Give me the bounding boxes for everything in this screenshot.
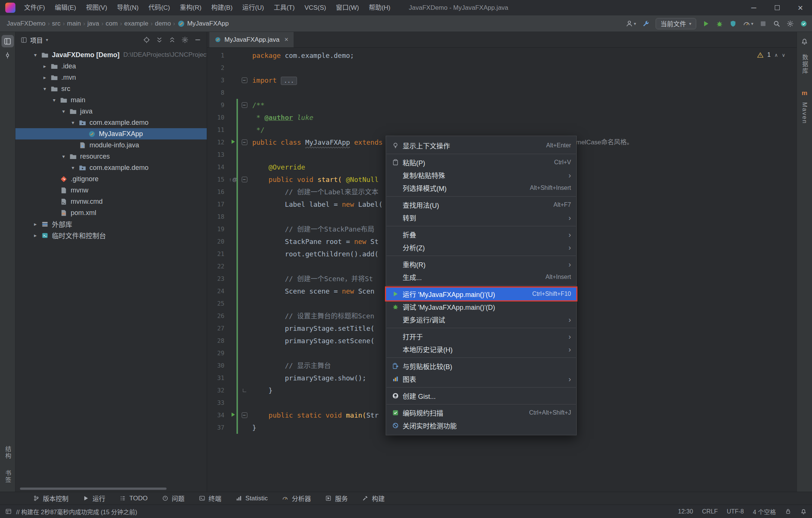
tree-row-src-folder[interactable]: ▾src bbox=[15, 83, 207, 94]
tree-row-pom-xml[interactable]: mpom.xml bbox=[15, 207, 207, 218]
titlebar-menu-item-3[interactable]: 导航(N) bbox=[112, 0, 144, 15]
layout-icon[interactable] bbox=[5, 508, 12, 515]
chevron-down-icon[interactable]: ▾ bbox=[68, 165, 78, 171]
menu-create-gist[interactable]: 创建 Gist... bbox=[386, 389, 576, 402]
run-gutter-icon[interactable] bbox=[230, 411, 236, 419]
tree-row-java-folder[interactable]: ▾java bbox=[15, 106, 207, 117]
status-item-0[interactable]: 12:30 bbox=[678, 508, 693, 515]
titlebar-menu-item-0[interactable]: 文件(F) bbox=[19, 0, 50, 15]
titlebar-menu-item-2[interactable]: 视图(V) bbox=[81, 0, 112, 15]
menu-debug-main[interactable]: 调试 'MyJavaFXApp.main()'(D) bbox=[386, 300, 576, 313]
chevron-down-icon[interactable]: ▾ bbox=[68, 120, 78, 126]
titlebar-menu-item-10[interactable]: 窗口(W) bbox=[331, 0, 364, 15]
menu-more-run-debug[interactable]: 更多运行/调试› bbox=[386, 313, 576, 326]
close-tab-icon[interactable]: × bbox=[284, 36, 288, 44]
menu-folding[interactable]: 折叠› bbox=[386, 228, 576, 241]
collapse-all-icon[interactable] bbox=[168, 36, 176, 44]
tree-row-gitignore[interactable]: .gitignore bbox=[15, 173, 207, 185]
chevron-right-icon[interactable]: ▸ bbox=[40, 74, 50, 80]
menu-show-context-actions[interactable]: 显示上下文操作Alt+Enter bbox=[386, 139, 576, 152]
structure-tool[interactable]: 结构 bbox=[3, 446, 12, 459]
expand-all-icon[interactable] bbox=[156, 36, 163, 44]
chevron-down-icon[interactable]: ▾ bbox=[49, 97, 59, 103]
chevron-down-icon[interactable]: ▾ bbox=[30, 52, 40, 58]
user-profile-icon[interactable]: ▾ bbox=[626, 20, 636, 27]
tool-build[interactable]: 构建 bbox=[362, 494, 385, 503]
tree-row-myjavafxapp-class[interactable]: MyJavaFXApp bbox=[15, 128, 207, 139]
status-item-2[interactable]: UTF-8 bbox=[727, 508, 744, 515]
tree-row-idea-folder[interactable]: ▸.idea bbox=[15, 61, 207, 72]
fold-marker-icon[interactable]: − bbox=[242, 102, 247, 108]
chevron-down-icon[interactable]: ▾ bbox=[59, 153, 68, 159]
breadcrumb-item-3[interactable]: java bbox=[87, 20, 100, 27]
breadcrumb-item-0[interactable]: JavaFXDemo bbox=[6, 20, 46, 27]
tab-myjavafxapp[interactable]: MyJavaFXApp.java × bbox=[209, 32, 294, 47]
titlebar-menu-item-11[interactable]: 帮助(H) bbox=[364, 0, 395, 15]
chevron-down-icon[interactable]: ▾ bbox=[46, 37, 48, 42]
maximize-button[interactable] bbox=[765, 0, 789, 15]
run-button-icon[interactable] bbox=[702, 20, 710, 27]
breadcrumb-item-7[interactable]: MyJavaFXApp bbox=[177, 20, 230, 27]
project-tool[interactable] bbox=[2, 35, 14, 47]
locate-file-icon[interactable] bbox=[143, 36, 150, 44]
menu-copy-paste-special[interactable]: 复制/粘贴特殊› bbox=[386, 169, 576, 182]
breadcrumb-item-5[interactable]: example bbox=[123, 20, 149, 27]
tree-row-scratches[interactable]: ▸临时文件和控制台 bbox=[15, 230, 207, 241]
stop-button-icon[interactable] bbox=[759, 20, 767, 27]
tool-todo[interactable]: TODO bbox=[120, 495, 148, 502]
code-text[interactable]: * @author luke bbox=[249, 111, 797, 124]
fold-end-icon[interactable] bbox=[243, 389, 246, 392]
tool-profiler[interactable]: 分析器 bbox=[282, 494, 311, 503]
titlebar-menu-item-8[interactable]: 工具(T) bbox=[269, 0, 300, 15]
chevron-down-icon[interactable]: ▾ bbox=[40, 86, 50, 92]
horizontal-scrollbar[interactable] bbox=[20, 488, 167, 490]
menu-local-history[interactable]: 本地历史记录(H)› bbox=[386, 343, 576, 356]
menu-generate[interactable]: 生成...Alt+Insert bbox=[386, 271, 576, 283]
inspections-widget[interactable]: 1 ∧ ∨ bbox=[757, 51, 785, 58]
coverage-button-icon[interactable] bbox=[729, 20, 737, 27]
maven-tool-logo-icon[interactable]: m bbox=[801, 89, 807, 97]
menu-run-main[interactable]: 运行 'MyJavaFXApp.main()'(U)Ctrl+Shift+F10 bbox=[386, 288, 576, 300]
maven-tool[interactable]: Maven bbox=[801, 102, 808, 124]
chevron-right-icon[interactable]: ▸ bbox=[30, 232, 40, 238]
titlebar-menu-item-5[interactable]: 重构(R) bbox=[175, 0, 206, 15]
tree-row-javafxdemo-root[interactable]: ▾JavaFXDemo [Demo]D:\IDEAProjects\JCNCPr… bbox=[15, 49, 207, 61]
debug-button-icon[interactable] bbox=[716, 20, 723, 27]
build-wrench-icon[interactable] bbox=[642, 20, 650, 27]
notifications-tool[interactable] bbox=[798, 35, 811, 47]
menu-open-in[interactable]: 打开于› bbox=[386, 330, 576, 343]
close-button[interactable]: × bbox=[789, 0, 812, 15]
status-message[interactable]: // 构建在 2秒87毫秒内成功完成 (15 分钟之前) bbox=[16, 507, 137, 516]
tree-row-mvnw-cmd[interactable]: mvnw.cmd bbox=[15, 196, 207, 207]
menu-paste[interactable]: 粘贴(P)Ctrl+V bbox=[386, 156, 576, 169]
titlebar-menu-item-1[interactable]: 编辑(E) bbox=[50, 0, 81, 15]
code-text[interactable]: */ bbox=[249, 124, 797, 136]
tree-row-mvn-folder[interactable]: ▸.mvn bbox=[15, 72, 207, 83]
tool-problems[interactable]: 问题 bbox=[162, 494, 185, 503]
menu-refactor[interactable]: 重构(R)› bbox=[386, 258, 576, 271]
hide-panel-icon[interactable] bbox=[194, 36, 201, 44]
code-text[interactable] bbox=[249, 62, 797, 74]
chevron-right-icon[interactable]: ▸ bbox=[40, 63, 50, 69]
project-panel-title[interactable]: 项目 bbox=[30, 35, 43, 45]
menu-disable-realtime-inspection[interactable]: 关闭实时检测功能 bbox=[386, 419, 576, 432]
menu-column-selection-mode[interactable]: 列选择模式(M)Alt+Shift+Insert bbox=[386, 182, 576, 194]
tree-row-package-com-example-demo[interactable]: ▾com.example.demo bbox=[15, 117, 207, 128]
tool-statistic[interactable]: Statistic bbox=[236, 495, 268, 502]
menu-go-to[interactable]: 转到› bbox=[386, 211, 576, 224]
code-text[interactable]: /** bbox=[249, 99, 797, 111]
profiler-button-icon[interactable]: ▾ bbox=[743, 20, 753, 27]
prev-warning-icon[interactable]: ∧ bbox=[774, 52, 778, 58]
tree-row-module-info[interactable]: module-info.java bbox=[15, 139, 207, 151]
menu-code-convention-scan[interactable]: 编码规约扫描Ctrl+Alt+Shift+J bbox=[386, 406, 576, 419]
tool-services[interactable]: 服务 bbox=[325, 494, 348, 503]
readonly-lock-icon[interactable] bbox=[785, 508, 791, 515]
tree-options-icon[interactable] bbox=[181, 36, 189, 44]
database-tool[interactable]: 数据库 bbox=[800, 54, 809, 74]
titlebar-menu-item-9[interactable]: VCS(S) bbox=[300, 0, 331, 15]
breadcrumb-item-1[interactable]: src bbox=[51, 20, 61, 27]
run-gutter-icon[interactable] bbox=[230, 138, 236, 146]
tool-run[interactable]: 运行 bbox=[83, 494, 105, 503]
menu-diagrams[interactable]: 图表› bbox=[386, 373, 576, 385]
tree-row-resources-package[interactable]: ▾com.example.demo bbox=[15, 162, 207, 173]
